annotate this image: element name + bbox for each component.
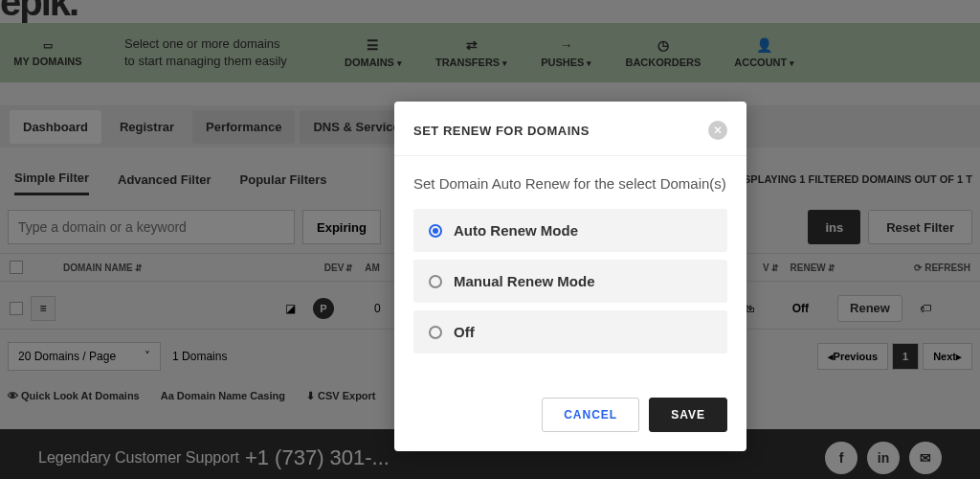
save-button[interactable]: SAVE: [649, 398, 727, 432]
option-label: Manual Renew Mode: [454, 273, 595, 289]
modal-header: SET RENEW FOR DOMAINS ✕: [394, 102, 746, 156]
option-auto-renew[interactable]: Auto Renew Mode: [413, 209, 727, 252]
modal-footer: CANCEL SAVE: [394, 378, 746, 451]
radio-auto[interactable]: [429, 224, 442, 238]
modal-title: SET RENEW FOR DOMAINS: [413, 124, 590, 138]
option-manual-renew[interactable]: Manual Renew Mode: [413, 260, 727, 303]
radio-off[interactable]: [429, 326, 442, 339]
renew-modal: SET RENEW FOR DOMAINS ✕ Set Domain Auto …: [394, 102, 746, 451]
option-label: Auto Renew Mode: [454, 222, 578, 239]
option-off[interactable]: Off: [413, 310, 727, 354]
option-label: Off: [454, 324, 475, 340]
modal-body: Set Domain Auto Renew for the select Dom…: [394, 156, 746, 378]
cancel-button[interactable]: CANCEL: [542, 398, 639, 432]
close-icon[interactable]: ✕: [708, 121, 727, 140]
modal-description: Set Domain Auto Renew for the select Dom…: [413, 173, 727, 194]
radio-manual[interactable]: [429, 275, 442, 288]
